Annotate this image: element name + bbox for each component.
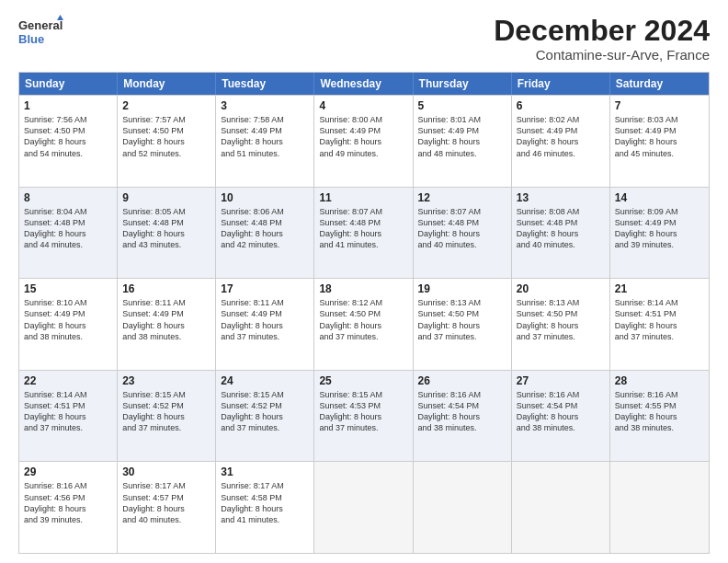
day-number: 25 xyxy=(319,374,407,387)
logo: General Blue xyxy=(18,15,64,52)
day-details: Sunrise: 8:06 AMSunset: 4:48 PMDaylight:… xyxy=(221,206,309,251)
day-details: Sunrise: 8:13 AMSunset: 4:50 PMDaylight:… xyxy=(418,297,506,342)
day-details: Sunrise: 8:00 AMSunset: 4:49 PMDaylight:… xyxy=(319,114,407,159)
day-number: 5 xyxy=(418,99,506,112)
day-details: Sunrise: 8:16 AMSunset: 4:55 PMDaylight:… xyxy=(615,389,704,434)
subtitle: Contamine-sur-Arve, France xyxy=(494,47,710,63)
day-details: Sunrise: 8:14 AMSunset: 4:51 PMDaylight:… xyxy=(24,389,112,434)
calendar-day-cell: 9Sunrise: 8:05 AMSunset: 4:48 PMDaylight… xyxy=(118,188,216,279)
calendar-day-cell: 3Sunrise: 7:58 AMSunset: 4:49 PMDaylight… xyxy=(216,96,314,187)
day-details: Sunrise: 8:09 AMSunset: 4:49 PMDaylight:… xyxy=(615,206,704,251)
calendar-day-cell: 4Sunrise: 8:00 AMSunset: 4:49 PMDaylight… xyxy=(314,96,413,187)
day-details: Sunrise: 8:16 AMSunset: 4:56 PMDaylight:… xyxy=(24,480,112,525)
calendar-day-cell: 8Sunrise: 8:04 AMSunset: 4:48 PMDaylight… xyxy=(19,188,118,279)
day-details: Sunrise: 8:17 AMSunset: 4:58 PMDaylight:… xyxy=(221,480,309,525)
day-number: 29 xyxy=(24,465,112,478)
day-details: Sunrise: 8:11 AMSunset: 4:49 PMDaylight:… xyxy=(122,297,210,342)
day-number: 20 xyxy=(517,282,605,295)
calendar-day-cell: 12Sunrise: 8:07 AMSunset: 4:48 PMDayligh… xyxy=(414,188,512,279)
calendar-day-cell: 1Sunrise: 7:56 AMSunset: 4:50 PMDaylight… xyxy=(19,96,118,187)
calendar-day-cell: 11Sunrise: 8:07 AMSunset: 4:48 PMDayligh… xyxy=(314,188,413,279)
calendar-day-cell: 24Sunrise: 8:15 AMSunset: 4:52 PMDayligh… xyxy=(216,371,314,462)
day-details: Sunrise: 8:10 AMSunset: 4:49 PMDaylight:… xyxy=(24,297,112,342)
day-number: 16 xyxy=(122,282,210,295)
day-details: Sunrise: 8:12 AMSunset: 4:50 PMDaylight:… xyxy=(319,297,407,342)
calendar-day-cell: 6Sunrise: 8:02 AMSunset: 4:49 PMDaylight… xyxy=(512,96,610,187)
calendar-day-cell: 7Sunrise: 8:03 AMSunset: 4:49 PMDaylight… xyxy=(610,96,709,187)
cal-day-header: Thursday xyxy=(414,73,512,95)
cal-day-header: Friday xyxy=(512,73,610,95)
day-number: 28 xyxy=(615,374,704,387)
day-details: Sunrise: 8:17 AMSunset: 4:57 PMDaylight:… xyxy=(122,480,210,525)
day-details: Sunrise: 8:14 AMSunset: 4:51 PMDaylight:… xyxy=(615,297,704,342)
day-number: 6 xyxy=(517,99,605,112)
calendar: SundayMondayTuesdayWednesdayThursdayFrid… xyxy=(18,72,710,554)
day-number: 15 xyxy=(24,282,112,295)
day-details: Sunrise: 8:08 AMSunset: 4:48 PMDaylight:… xyxy=(517,206,605,251)
svg-marker-2 xyxy=(57,15,63,20)
day-number: 2 xyxy=(122,99,210,112)
svg-text:General: General xyxy=(18,18,63,32)
main-title: December 2024 xyxy=(494,15,710,47)
header: General Blue December 2024 Contamine-sur… xyxy=(18,15,710,63)
logo-svg: General Blue xyxy=(18,15,64,52)
day-details: Sunrise: 8:15 AMSunset: 4:53 PMDaylight:… xyxy=(319,389,407,434)
day-number: 23 xyxy=(122,374,210,387)
day-details: Sunrise: 8:07 AMSunset: 4:48 PMDaylight:… xyxy=(418,206,506,251)
calendar-day-cell: 17Sunrise: 8:11 AMSunset: 4:49 PMDayligh… xyxy=(216,279,314,370)
calendar-day-cell: 10Sunrise: 8:06 AMSunset: 4:48 PMDayligh… xyxy=(216,188,314,279)
day-details: Sunrise: 8:02 AMSunset: 4:49 PMDaylight:… xyxy=(517,114,605,159)
calendar-day-cell: 16Sunrise: 8:11 AMSunset: 4:49 PMDayligh… xyxy=(118,279,216,370)
cal-day-header: Monday xyxy=(118,73,216,95)
calendar-day-cell: 2Sunrise: 7:57 AMSunset: 4:50 PMDaylight… xyxy=(118,96,216,187)
day-number: 11 xyxy=(319,191,407,204)
day-number: 19 xyxy=(418,282,506,295)
day-number: 7 xyxy=(615,99,704,112)
cal-day-header: Tuesday xyxy=(216,73,314,95)
day-details: Sunrise: 7:58 AMSunset: 4:49 PMDaylight:… xyxy=(221,114,309,159)
day-number: 9 xyxy=(122,191,210,204)
day-number: 1 xyxy=(24,99,112,112)
calendar-body: 1Sunrise: 7:56 AMSunset: 4:50 PMDaylight… xyxy=(19,95,709,553)
day-number: 21 xyxy=(615,282,704,295)
calendar-day-cell: 14Sunrise: 8:09 AMSunset: 4:49 PMDayligh… xyxy=(610,188,709,279)
svg-text:Blue: Blue xyxy=(18,32,44,46)
calendar-week: 1Sunrise: 7:56 AMSunset: 4:50 PMDaylight… xyxy=(19,95,709,187)
day-details: Sunrise: 8:03 AMSunset: 4:49 PMDaylight:… xyxy=(615,114,704,159)
day-details: Sunrise: 8:01 AMSunset: 4:49 PMDaylight:… xyxy=(418,114,506,159)
calendar-week: 8Sunrise: 8:04 AMSunset: 4:48 PMDaylight… xyxy=(19,187,709,279)
day-number: 26 xyxy=(418,374,506,387)
calendar-day-cell: 30Sunrise: 8:17 AMSunset: 4:57 PMDayligh… xyxy=(118,462,216,553)
day-number: 17 xyxy=(221,282,309,295)
calendar-day-cell: 23Sunrise: 8:15 AMSunset: 4:52 PMDayligh… xyxy=(118,371,216,462)
calendar-week: 15Sunrise: 8:10 AMSunset: 4:49 PMDayligh… xyxy=(19,278,709,370)
calendar-day-cell: 27Sunrise: 8:16 AMSunset: 4:54 PMDayligh… xyxy=(512,371,610,462)
day-number: 13 xyxy=(517,191,605,204)
calendar-empty-cell xyxy=(314,462,413,553)
title-block: December 2024 Contamine-sur-Arve, France xyxy=(494,15,710,63)
day-number: 30 xyxy=(122,465,210,478)
calendar-day-cell: 25Sunrise: 8:15 AMSunset: 4:53 PMDayligh… xyxy=(314,371,413,462)
day-number: 4 xyxy=(319,99,407,112)
day-number: 8 xyxy=(24,191,112,204)
day-details: Sunrise: 7:56 AMSunset: 4:50 PMDaylight:… xyxy=(24,114,112,159)
calendar-day-cell: 20Sunrise: 8:13 AMSunset: 4:50 PMDayligh… xyxy=(512,279,610,370)
day-details: Sunrise: 8:16 AMSunset: 4:54 PMDaylight:… xyxy=(517,389,605,434)
day-number: 18 xyxy=(319,282,407,295)
day-details: Sunrise: 8:05 AMSunset: 4:48 PMDaylight:… xyxy=(122,206,210,251)
calendar-day-cell: 26Sunrise: 8:16 AMSunset: 4:54 PMDayligh… xyxy=(414,371,512,462)
calendar-day-cell: 31Sunrise: 8:17 AMSunset: 4:58 PMDayligh… xyxy=(216,462,314,553)
calendar-day-cell: 22Sunrise: 8:14 AMSunset: 4:51 PMDayligh… xyxy=(19,371,118,462)
day-number: 10 xyxy=(221,191,309,204)
day-details: Sunrise: 8:04 AMSunset: 4:48 PMDaylight:… xyxy=(24,206,112,251)
day-details: Sunrise: 8:11 AMSunset: 4:49 PMDaylight:… xyxy=(221,297,309,342)
day-details: Sunrise: 7:57 AMSunset: 4:50 PMDaylight:… xyxy=(122,114,210,159)
cal-day-header: Wednesday xyxy=(314,73,413,95)
day-details: Sunrise: 8:15 AMSunset: 4:52 PMDaylight:… xyxy=(122,389,210,434)
calendar-day-cell: 21Sunrise: 8:14 AMSunset: 4:51 PMDayligh… xyxy=(610,279,709,370)
page: General Blue December 2024 Contamine-sur… xyxy=(0,0,728,563)
day-details: Sunrise: 8:15 AMSunset: 4:52 PMDaylight:… xyxy=(221,389,309,434)
day-number: 14 xyxy=(615,191,704,204)
day-number: 12 xyxy=(418,191,506,204)
day-number: 22 xyxy=(24,374,112,387)
